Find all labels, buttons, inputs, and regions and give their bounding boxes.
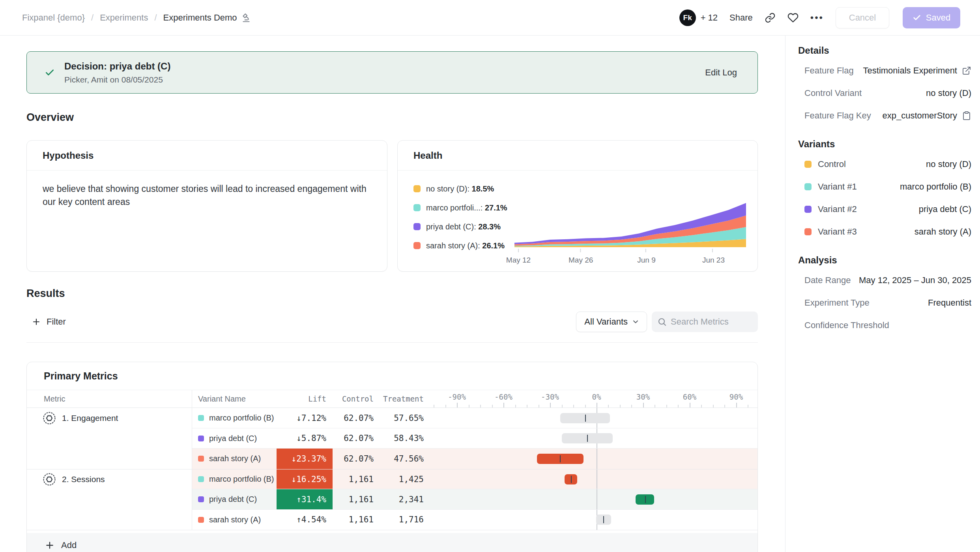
variants-heading: Variants [798,135,971,153]
search-icon [657,317,667,328]
variant-color-chip [804,228,812,235]
zero-line [597,469,597,490]
sidebar-row-left: Variant #2 [804,204,857,214]
details-section: Details Feature FlagTestimonials Experim… [798,42,971,127]
variants-dropdown[interactable]: All Variants [576,312,647,332]
zero-line [597,449,597,469]
sidebar-row-value: exp_customerStory [882,111,971,121]
sidebar-row-label: Control Variant [804,88,862,98]
search-metrics-input[interactable] [652,312,758,332]
sidebar-row: Variant #3sarah story (A) [798,220,971,243]
check-icon [913,13,921,22]
sidebar-value-text: no story (D) [926,88,971,98]
sidebar-row-left: Variant #1 [804,182,857,192]
experiment-page: Fixpanel {demo} / Experiments / Experime… [0,0,980,552]
ruler-tick [701,405,702,407]
saved-label: Saved [926,13,950,23]
legend-color-chip [413,223,421,230]
health-content: no story (D): 18.5%marco portfoli...: 27… [398,171,757,268]
collaborator-count[interactable]: + 12 [701,13,718,23]
primary-metrics-title: Primary Metrics [44,370,118,382]
legend-label: no story (D): 18.5% [426,184,494,193]
legend-value: 28.3% [478,222,501,231]
ci-axis-label: -90% [448,392,466,401]
ruler-tick [608,405,609,407]
sidebar-row-label: Control [818,159,846,169]
ci-chart-cell [430,489,758,510]
ruler-tick [527,405,527,407]
variant-cell: sarah story (A) [192,510,277,530]
ruler-tick [457,403,458,407]
table-row: sarah story (A)↑4.54%1,1611,716 [27,510,757,530]
sidebar-row-value: priya debt (C) [919,204,971,214]
external-link-icon[interactable] [962,66,971,75]
sidebar-row: Experiment TypeFrequentist [798,291,971,314]
variant-name: sarah story (A) [209,515,261,524]
edit-log-button[interactable]: Edit Log [705,68,737,78]
lift-cell: ↓5.87% [277,428,333,449]
details-sidebar: Details Feature FlagTestimonials Experim… [785,36,980,552]
metric-target-icon [43,411,56,425]
sidebar-row-value: Frequentist [928,298,971,308]
sidebar-row-label: Variant #2 [818,204,857,214]
ci-chart-cell [430,469,758,490]
x-axis-label: May 26 [569,256,593,265]
treatment-cell: 58.43% [380,428,430,449]
sidebar-row-value: no story (D) [926,159,971,169]
breadcrumb-experiments[interactable]: Experiments [100,13,148,23]
ruler-tick [539,405,539,407]
x-axis-label: May 12 [506,256,531,265]
health-legend: no story (D): 18.5%marco portfoli...: 27… [413,178,514,268]
table-row: sarah story (A)↓23.37%62.07%47.56% [27,449,757,469]
legend-color-chip [413,185,421,192]
add-filter-button[interactable]: Filter [26,317,66,327]
legend-value: 27.1% [485,203,507,212]
lift-cell: ↑4.54% [277,510,333,530]
decision-check-icon [45,68,55,78]
copy-link-icon[interactable] [765,12,776,23]
toolbar-right: All Variants [576,312,758,332]
favorite-heart-icon[interactable] [787,12,799,23]
breadcrumb-project[interactable]: Fixpanel {demo} [22,13,85,23]
control-cell: 62.07% [333,449,380,469]
ruler-tick [550,403,551,407]
variant-color-chip [198,436,204,441]
x-axis-label: Jun 9 [637,256,655,265]
table-row: 2. Sessionsmarco portfolio (B)↓16.25%1,1… [27,469,757,490]
health-stacked-area-chart: May 12May 26Jun 9Jun 23 [514,203,747,268]
variant-name: priya debt (C) [209,495,257,504]
analysis-section: Analysis Date RangeMay 12, 2025 – Jun 30… [798,252,971,336]
variant-color-chip [198,476,204,482]
share-button[interactable]: Share [729,13,753,23]
lift-cell: ↓23.37% [277,449,333,469]
more-options-button[interactable]: ••• [810,12,824,23]
treatment-cell: 2,341 [380,489,430,510]
ci-axis-label: -60% [494,392,512,401]
saved-button[interactable]: Saved [903,7,960,28]
variant-cell: marco portfolio (B) [192,469,277,490]
cancel-button[interactable]: Cancel [836,7,889,28]
toolbar-divider [26,342,758,343]
ruler-tick [666,405,667,407]
ci-point-marker [645,496,646,503]
clipboard-icon[interactable] [962,111,971,120]
ruler-tick [713,405,714,407]
ruler-tick [469,405,469,407]
ci-axis-label: 60% [683,392,696,401]
variant-color-chip [198,456,204,462]
sidebar-value-text: sarah story (A) [915,227,971,237]
ruler-tick [736,403,737,407]
hypothesis-body: we believe that showing customer stories… [27,171,387,208]
legend-color-chip [413,242,421,249]
sidebar-row: Variant #1marco portfolio (B) [798,175,971,198]
variant-color-chip [198,517,204,523]
sidebar-row-label: Confidence Threshold [804,320,889,330]
control-cell: 62.07% [333,408,380,428]
lift-cell: ↓7.12% [277,408,333,428]
sidebar-value-text: marco portfolio (B) [900,182,971,192]
lift-cell: ↑31.4% [277,489,333,510]
sidebar-value-text: Testimonials Experiment [863,66,957,76]
add-metric-button[interactable]: Add [27,533,757,552]
avatar[interactable]: Fk [679,9,696,26]
ruler-tick [503,403,504,407]
